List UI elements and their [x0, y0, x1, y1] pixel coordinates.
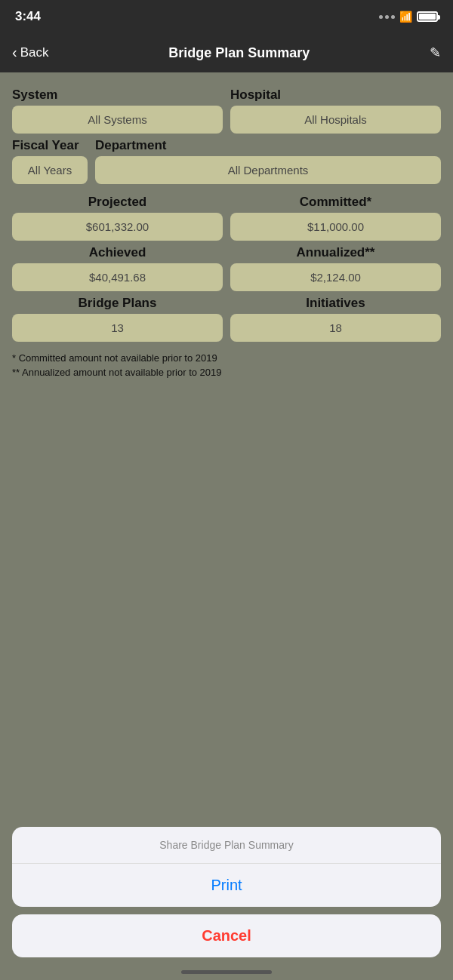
annualized-value: $2,124.00 [230, 263, 441, 291]
status-icons: 📶 [379, 11, 438, 23]
page-title: Bridge Plan Summary [48, 45, 430, 61]
projected-label: Projected [88, 195, 146, 210]
bridge-plans-col: Bridge Plans 13 [12, 296, 223, 342]
fiscal-dept-inputs: All Years All Departments [12, 156, 441, 184]
projected-value: $601,332.00 [12, 213, 223, 241]
initiatives-value: 18 [230, 314, 441, 342]
footnote-1: * Committed amount not available prior t… [12, 352, 441, 364]
footnotes-section: * Committed amount not available prior t… [12, 352, 441, 378]
department-filter[interactable]: All Departments [95, 156, 441, 184]
initiatives-label: Initiatives [306, 296, 365, 311]
fiscal-dept-labels: Fiscal Year Department [12, 138, 441, 153]
status-bar: 3:44 📶 [0, 0, 453, 33]
bridge-plans-value: 13 [12, 314, 223, 342]
signal-icon [379, 15, 395, 19]
system-hospital-labels: System Hospital [12, 88, 441, 103]
footnote-2: ** Annualized amount not available prior… [12, 367, 441, 378]
fiscal-year-label: Fiscal Year [12, 138, 88, 153]
system-label: System [12, 88, 223, 103]
chevron-left-icon: ‹ [12, 44, 17, 61]
bridge-plans-label: Bridge Plans [79, 296, 157, 311]
filter-section: System Hospital All Systems All Hospital… [12, 88, 441, 184]
initiatives-col: Initiatives 18 [230, 296, 441, 342]
achieved-label: Achieved [89, 245, 146, 260]
action-cancel-sheet: Cancel [12, 914, 441, 957]
committed-label: Committed* [300, 195, 371, 210]
projected-committed-row: Projected $601,332.00 Committed* $11,000… [12, 195, 441, 241]
edit-icon[interactable]: ✎ [430, 45, 441, 61]
achieved-annualized-row: Achieved $40,491.68 Annualized** $2,124.… [12, 245, 441, 291]
print-button[interactable]: Print [12, 864, 441, 907]
action-sheet-title: Share Bridge Plan Summary [12, 827, 441, 864]
annualized-col: Annualized** $2,124.00 [230, 245, 441, 291]
cancel-button[interactable]: Cancel [12, 914, 441, 957]
metrics-grid: Projected $601,332.00 Committed* $11,000… [12, 195, 441, 342]
department-label: Department [95, 138, 441, 153]
action-sheet-overlay: Share Bridge Plan Summary Print Cancel [0, 827, 453, 980]
projected-col: Projected $601,332.00 [12, 195, 223, 241]
hospital-filter[interactable]: All Hospitals [230, 106, 441, 134]
main-content: System Hospital All Systems All Hospital… [0, 72, 453, 393]
system-filter[interactable]: All Systems [12, 106, 223, 134]
committed-col: Committed* $11,000.00 [230, 195, 441, 241]
back-label: Back [20, 45, 49, 60]
action-sheet-main: Share Bridge Plan Summary Print [12, 827, 441, 907]
status-time: 3:44 [15, 9, 41, 24]
achieved-value: $40,491.68 [12, 263, 223, 291]
hospital-label: Hospital [230, 88, 441, 103]
home-indicator [181, 970, 272, 974]
system-hospital-inputs: All Systems All Hospitals [12, 106, 441, 134]
back-button[interactable]: ‹ Back [12, 45, 48, 61]
fiscal-year-filter[interactable]: All Years [12, 156, 88, 184]
wifi-icon: 📶 [399, 11, 412, 23]
bridge-initiatives-row: Bridge Plans 13 Initiatives 18 [12, 296, 441, 342]
nav-bar: ‹ Back Bridge Plan Summary ✎ [0, 33, 453, 72]
battery-icon [417, 11, 438, 22]
achieved-col: Achieved $40,491.68 [12, 245, 223, 291]
annualized-label: Annualized** [297, 245, 375, 260]
committed-value: $11,000.00 [230, 213, 441, 241]
